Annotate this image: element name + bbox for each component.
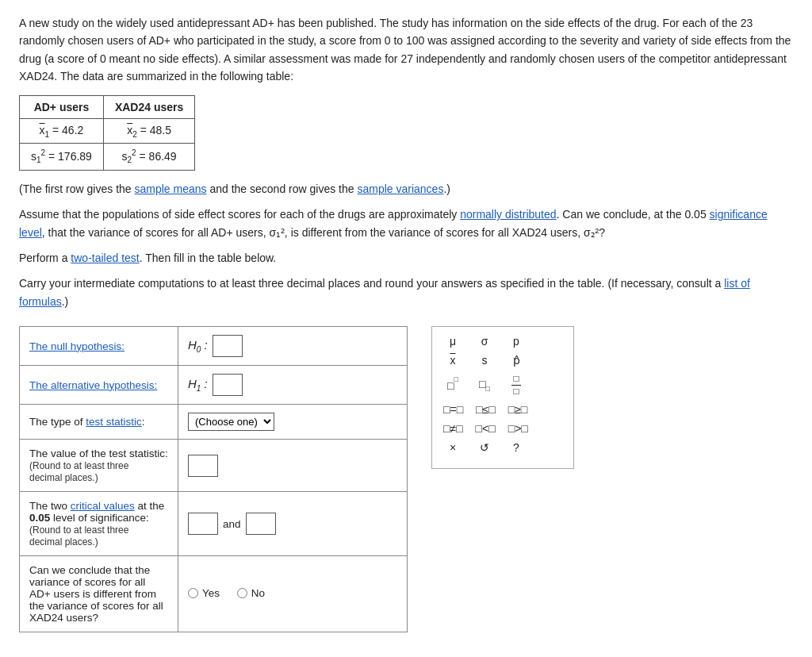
eq-symbol[interactable]: □=□ [443,403,463,416]
null-hypothesis-row: The null hypothesis: H0 : [20,327,408,366]
row1-col1: x1 = 46.2 [20,118,104,144]
h1-symbol: H1 : [188,377,208,393]
phat-symbol[interactable]: p̂ [507,354,526,367]
test-statistic-input-cell: (Choose one) [178,405,408,440]
computation-paragraph: Carry your intermediate computations to … [19,275,793,310]
conclusion-input-cell: Yes No [178,556,408,632]
question-symbol[interactable]: ? [507,441,526,454]
symbol-row-1: μ σ p [443,335,562,348]
normality-paragraph: Assume that the populations of side effe… [19,206,793,241]
critical-values-label: The two critical values at the 0.05 leve… [20,492,178,556]
null-hypothesis-input-cell: H0 : [178,327,408,366]
test-value-input-cell [178,440,408,492]
symbol-row-2: x s p̂ [443,354,562,367]
test-statistic-link[interactable]: test statistic [86,416,142,428]
col1-header: AD+ users [20,95,104,118]
alt-hypothesis-row: The alternative hypothesis: H1 : [20,366,408,405]
test-statistic-label: The type of test statistic: [20,405,178,440]
gt-symbol[interactable]: □>□ [508,422,528,435]
yes-radio[interactable] [188,588,198,598]
alt-hyp-line: H1 : [188,374,397,396]
summary-table: AD+ users XAD24 users x1 = 46.2 x2 = 48.… [19,95,195,171]
alt-hypothesis-input[interactable] [213,374,243,396]
sigma-symbol[interactable]: σ [475,335,494,348]
test-value-input[interactable] [188,455,218,477]
test-value-label: The value of the test statistic: (Round … [20,440,178,492]
neq-symbol[interactable]: □≠□ [443,422,463,435]
critical-values-row: The two critical values at the 0.05 leve… [20,492,408,556]
row2-col1: s12 = 176.89 [20,144,104,170]
sample-variances-link[interactable]: sample variances [357,182,443,195]
test-statistic-row: The type of test statistic: (Choose one) [20,405,408,440]
test-value-row: The value of the test statistic: (Round … [20,440,408,492]
intro-paragraph: A new study on the widely used antidepre… [19,14,793,86]
symbol-panel: μ σ p x s p̂ □□ □□ □□ □=□ □≤□ □≥□ [431,326,574,469]
alt-hypothesis-link[interactable]: The alternative hypothesis: [29,379,157,391]
conclusion-row: Can we conclude that the variance of sco… [20,556,408,632]
yes-label: Yes [202,587,220,599]
lt-symbol[interactable]: □<□ [476,422,496,435]
p-symbol[interactable]: p [507,335,526,348]
two-tailed-test-link[interactable]: two-tailed test [71,252,139,264]
conclusion-label: Can we conclude that the variance of sco… [20,556,178,632]
undo-symbol[interactable]: ↺ [475,441,494,454]
answer-table: The null hypothesis: H0 : The alternativ… [19,326,408,632]
normally-distributed-link[interactable]: normally distributed [460,208,556,221]
and-label: and [223,518,241,530]
frac-symbol[interactable]: □□ [507,373,526,397]
symbol-row-5: □≠□ □<□ □>□ [443,422,562,435]
row1-col2: x2 = 48.5 [103,118,194,144]
symbol-row-4: □=□ □≤□ □≥□ [443,403,562,416]
symbol-row-3: □□ □□ □□ [443,373,562,397]
critical-value-1-input[interactable] [188,513,218,535]
null-hypothesis-link[interactable]: The null hypothesis: [29,340,124,352]
perform-paragraph: Perform a two-tailed test. Then fill in … [19,249,793,267]
xbar-symbol[interactable]: x [443,354,462,367]
sample-means-link[interactable]: sample means [135,182,207,195]
note-paragraph: (The first row gives the sample means an… [19,180,793,198]
null-hypothesis-label: The null hypothesis: [20,327,178,366]
alt-hypothesis-label: The alternative hypothesis: [20,366,178,405]
mu-symbol[interactable]: μ [443,335,462,348]
symbol-row-6: × ↺ ? [443,441,562,454]
critical-value-2-input[interactable] [246,513,276,535]
test-statistic-select[interactable]: (Choose one) [188,413,274,431]
geq-symbol[interactable]: □≥□ [508,403,528,416]
square-sub-symbol[interactable]: □□ [475,378,494,393]
critical-values-input-cell: and [178,492,408,556]
no-radio[interactable] [237,588,247,598]
null-hyp-line: H0 : [188,335,397,357]
s-symbol[interactable]: s [475,354,494,367]
leq-symbol[interactable]: □≤□ [476,403,496,416]
yes-radio-label[interactable]: Yes [188,587,220,599]
main-layout: The null hypothesis: H0 : The alternativ… [19,326,793,632]
critical-values-inputs: and [188,513,397,535]
times-symbol[interactable]: × [443,441,462,454]
h0-symbol: H0 : [188,338,208,354]
row2-col2: s22 = 86.49 [103,144,194,170]
critical-values-link[interactable]: critical values [71,500,135,512]
null-hypothesis-input[interactable] [213,335,243,357]
no-label: No [251,587,265,599]
alt-hypothesis-input-cell: H1 : [178,366,408,405]
no-radio-label[interactable]: No [237,587,265,599]
col2-header: XAD24 users [103,95,194,118]
square-sup-symbol[interactable]: □□ [443,378,462,392]
